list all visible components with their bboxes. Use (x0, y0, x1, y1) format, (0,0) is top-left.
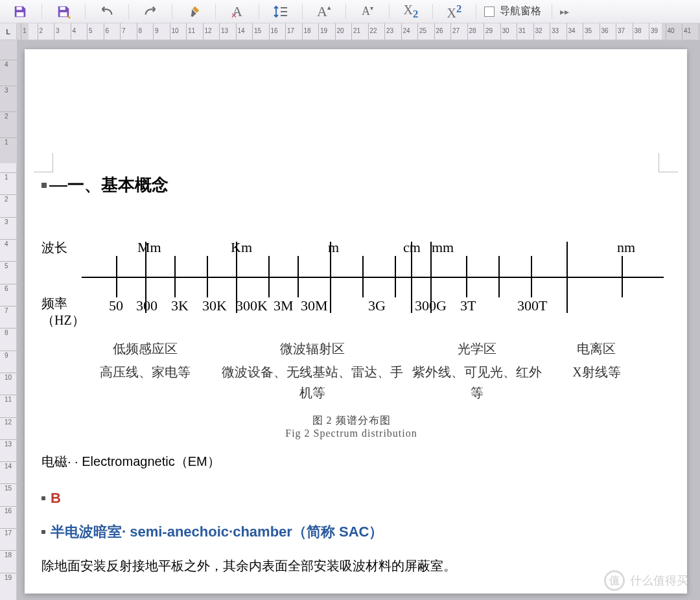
separator (552, 4, 552, 19)
brush-icon (187, 5, 201, 19)
undo-button[interactable] (89, 1, 124, 22)
separator (432, 4, 433, 19)
heading-sac: 半电波暗室· semi-anechoic·chamber（简称 SAC） (41, 522, 661, 542)
nav-pane-toggle[interactable]: 导航窗格 (480, 5, 548, 18)
frequency-label: 300 (136, 297, 158, 314)
document-content: 一、基本概念 波长 频率 （HZ） 低频感应区高压线、家电等微波辐射区微波设备、… (41, 174, 661, 575)
ruler-row: L 12345678910111213141516171819202122232… (0, 23, 700, 40)
wavelength-label: mm (432, 239, 454, 256)
spectrum-zones: 低频感应区高压线、家电等微波辐射区微波设备、无线基站、雷达、手机等光学区紫外线、… (74, 340, 648, 403)
axis-label-wavelength: 波长 (41, 239, 67, 257)
frequency-label: 300T (517, 297, 547, 314)
save-as-button[interactable] (46, 1, 81, 22)
clear-format-button[interactable]: A✕ (220, 1, 255, 22)
line-spacing-button[interactable] (263, 1, 298, 22)
frequency-label: 30K (202, 297, 227, 314)
spectrum-zone: 电离区X射线等 (545, 340, 648, 403)
ruler-corner: L (0, 23, 17, 40)
save-as-icon (56, 5, 71, 19)
separator (302, 4, 303, 19)
separator (172, 4, 172, 19)
vertical-ruler[interactable]: 123456789101112131415161718194321 (0, 40, 17, 600)
redo-icon (143, 6, 158, 17)
horizontal-ruler[interactable]: 1234567891011121314151617181920212223242… (17, 23, 700, 40)
frequency-label: 3G (368, 297, 386, 314)
spectrum-zone: 微波辐射区微波设备、无线基站、雷达、手机等 (216, 340, 410, 403)
svg-rect-2 (60, 6, 65, 10)
frequency-label: 50 (109, 297, 123, 314)
separator (389, 4, 390, 19)
margin-mark (659, 153, 678, 172)
axis-label-freq: 频率 (41, 295, 67, 312)
subscript-button[interactable]: X2 (393, 1, 428, 22)
margin-mark (34, 153, 53, 172)
spectrum-axis (82, 277, 664, 278)
frequency-label: 30M (301, 297, 328, 314)
wavelength-label: cm (403, 239, 421, 256)
spectrum-diagram: 波长 频率 （HZ） 低频感应区高压线、家电等微波辐射区微波设备、无线基站、雷达… (41, 208, 661, 402)
save-icon (13, 5, 27, 19)
watermark-text: 什么值得买 (630, 573, 688, 588)
frequency-label: 300K (236, 297, 268, 314)
svg-rect-1 (17, 12, 24, 16)
figure-caption: 图 2 频谱分布图 Fig 2 Spectrum distribution (41, 414, 661, 439)
undo-icon (100, 6, 114, 17)
checkbox-icon (484, 6, 495, 17)
separator (85, 4, 86, 19)
document-page: 一、基本概念 波长 频率 （HZ） 低频感应区高压线、家电等微波辐射区微波设备、… (25, 49, 687, 594)
svg-rect-0 (17, 6, 22, 10)
spectrum-zone: 光学区紫外线、可见光、红外等 (410, 340, 545, 403)
grow-font-button[interactable]: A▴ (307, 1, 342, 22)
separator (215, 4, 216, 19)
wavelength-label: Mm (137, 239, 161, 256)
workspace: 123456789101112131415161718194321 一、基本概念… (0, 40, 700, 600)
frequency-label: 300G (415, 297, 447, 314)
axis-label-hz: （HZ） (41, 312, 85, 329)
superscript-button[interactable]: X2 (437, 1, 472, 22)
format-painter-button[interactable] (176, 1, 211, 22)
separator (259, 4, 259, 19)
spectrum-zone: 低频感应区高压线、家电等 (74, 340, 216, 403)
save-button[interactable] (3, 1, 38, 22)
frequency-label: 3T (460, 297, 476, 314)
heading-1: 一、基本概念 (41, 174, 661, 196)
wavelength-label: nm (617, 239, 635, 256)
separator (345, 4, 346, 19)
wavelength-label: m (328, 239, 339, 256)
frequency-label: 3M (274, 297, 294, 314)
redo-button[interactable] (133, 1, 168, 22)
paragraph-em: 电磁· · Electromagnetic（EM） (41, 453, 661, 470)
separator (128, 4, 129, 19)
nav-pane-label: 导航窗格 (500, 5, 541, 18)
heading-b: B (41, 490, 661, 507)
svg-rect-3 (60, 12, 67, 16)
watermark: 值 什么值得买 (604, 570, 688, 591)
page-wrap: 一、基本概念 波长 频率 （HZ） 低频感应区高压线、家电等微波辐射区微波设备、… (17, 40, 700, 600)
separator (41, 4, 42, 19)
shrink-font-button[interactable]: A▾ (350, 1, 385, 22)
separator (476, 4, 476, 19)
paragraph-sac: 除地面安装反射接地平板之外，其余内表面全部安装吸波材料的屏蔽室。 (41, 556, 661, 575)
toolbar: A✕ A▴ A▾ X2 X2 导航窗格 ▸▸ (0, 0, 700, 23)
frequency-label: 3K (171, 297, 189, 314)
toolbar-overflow-button[interactable]: ▸▸ (556, 6, 573, 17)
line-spacing-icon (273, 5, 288, 18)
watermark-logo: 值 (604, 570, 625, 591)
wavelength-label: Km (231, 239, 252, 256)
